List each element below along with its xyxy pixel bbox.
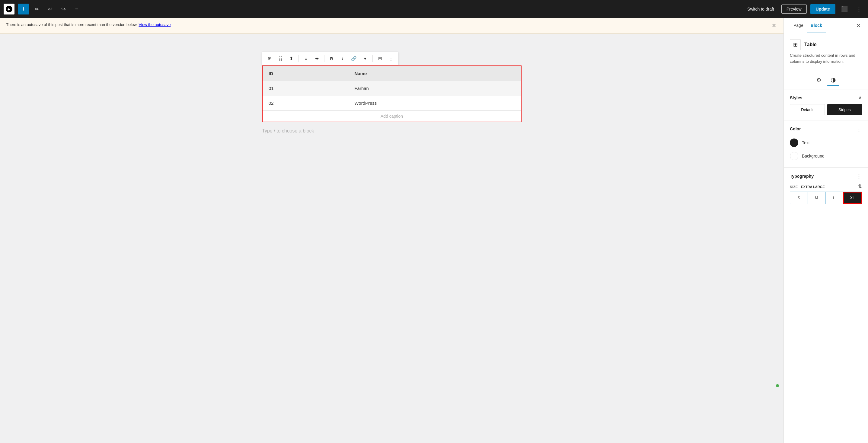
- styles-section-title: Styles: [790, 95, 802, 100]
- typography-section: Typography ⋮ SIZE EXTRA LARGE ⇅ S M L XL: [784, 168, 868, 209]
- layout: There is an autosave of this post that i…: [0, 18, 868, 443]
- text-color-label: Text: [802, 140, 810, 145]
- table: ID Name 01 Farhan 02 WordPress: [262, 66, 521, 110]
- redo-icon: ↪: [61, 6, 66, 12]
- table-icon-button[interactable]: ⊞: [265, 53, 274, 64]
- sidebar-close-button[interactable]: ✕: [855, 22, 862, 29]
- table-row: 01 Farhan: [262, 81, 521, 96]
- type-block-placeholder[interactable]: Type / to choose a block: [262, 122, 522, 140]
- green-dot: [776, 384, 779, 387]
- table-cell-id-2[interactable]: 02: [262, 96, 348, 110]
- sync-indicator: [776, 384, 779, 387]
- toolbar-divider-2: [324, 55, 324, 62]
- pen-tool-button[interactable]: ✏: [31, 4, 42, 14]
- more-rich-text-button[interactable]: ▾: [360, 53, 370, 64]
- editor-area: There is an autosave of this post that i…: [0, 18, 783, 443]
- text-color-swatch[interactable]: [790, 138, 798, 147]
- link-button[interactable]: 🔗: [349, 53, 359, 64]
- size-s-button[interactable]: S: [790, 192, 808, 204]
- color-section: Color ⋮ Text Background: [784, 120, 868, 168]
- autosave-notice: There is an autosave of this post that i…: [0, 18, 783, 33]
- more-block-options-button[interactable]: ⋮: [386, 53, 396, 64]
- gear-icon: ⚙: [816, 77, 821, 83]
- block-header: ⊞ Table: [790, 39, 862, 50]
- table-cell-name-2[interactable]: WordPress: [348, 96, 521, 110]
- table-cell-name-1[interactable]: Farhan: [348, 81, 521, 96]
- size-m-button[interactable]: M: [808, 192, 826, 204]
- table-block: ID Name 01 Farhan 02 WordPress: [262, 65, 522, 122]
- align-center-button[interactable]: ⬌: [312, 53, 322, 64]
- settings-gear-button[interactable]: ⚙: [813, 74, 825, 86]
- table-header-id[interactable]: ID: [262, 66, 348, 81]
- stripes-style-button[interactable]: Stripes: [827, 104, 862, 115]
- block-panel: ⊞ Table Create structured content in row…: [784, 33, 868, 70]
- text-color-option: Text: [790, 136, 862, 149]
- color-more-button[interactable]: ⋮: [856, 125, 862, 132]
- table-row: 02 WordPress: [262, 96, 521, 110]
- list-icon: ≡: [75, 6, 79, 12]
- block-title: Table: [804, 42, 817, 48]
- italic-button[interactable]: I: [338, 53, 347, 64]
- toolbar-divider-3: [372, 55, 373, 62]
- toolbar-divider-1: [299, 55, 299, 62]
- size-l-button[interactable]: L: [826, 192, 843, 204]
- table-header-name[interactable]: Name: [348, 66, 521, 81]
- typography-section-title: Typography: [790, 174, 814, 179]
- styles-button[interactable]: ◑: [827, 74, 839, 86]
- topbar-right: Switch to draft Preview Update ⬛ ⋮: [744, 4, 864, 14]
- size-row: SIZE EXTRA LARGE ⇅: [790, 184, 862, 189]
- size-extra-large-label: EXTRA LARGE: [801, 185, 825, 189]
- settings-icon: ⬛: [841, 6, 848, 12]
- table-header-row: ID Name: [262, 66, 521, 81]
- block-icon: ⊞: [790, 39, 801, 50]
- typography-section-header: Typography ⋮: [790, 172, 862, 180]
- table-block-icon: ⊞: [793, 41, 798, 48]
- default-style-button[interactable]: Default: [790, 104, 825, 115]
- appearance-tabs: ⚙ ◑: [784, 70, 868, 90]
- autosave-close-button[interactable]: ✕: [771, 22, 777, 29]
- switch-to-draft-button[interactable]: Switch to draft: [744, 5, 778, 13]
- size-selector: S M L XL: [790, 192, 862, 204]
- background-color-label: Background: [802, 154, 825, 158]
- bold-button[interactable]: B: [327, 53, 337, 64]
- color-section-title: Color: [790, 126, 801, 131]
- table-cell-id-1[interactable]: 01: [262, 81, 348, 96]
- more-icon: ⋮: [856, 5, 862, 13]
- sidebar: Page Block ✕ ⊞ Table Create structured c…: [783, 18, 868, 443]
- redo-button[interactable]: ↪: [58, 4, 69, 14]
- undo-icon: ↩: [48, 6, 53, 12]
- block-tab[interactable]: Block: [807, 18, 826, 33]
- autosave-content: There is an autosave of this post that i…: [6, 22, 170, 27]
- table-settings-button[interactable]: ⊞: [375, 53, 385, 64]
- block-description: Create structured content in rows and co…: [790, 53, 862, 64]
- styles-collapse-button[interactable]: ∧: [858, 95, 862, 100]
- settings-icon-button[interactable]: ⬛: [839, 4, 850, 14]
- size-label: SIZE: [790, 185, 798, 189]
- pen-icon: ✏: [35, 6, 39, 12]
- color-section-header: Color ⋮: [790, 125, 862, 132]
- align-left-button[interactable]: ≡: [301, 53, 311, 64]
- styles-row: Default Stripes: [790, 104, 862, 115]
- typography-more-button[interactable]: ⋮: [856, 172, 862, 180]
- add-block-button[interactable]: +: [18, 4, 29, 14]
- undo-button[interactable]: ↩: [45, 4, 56, 14]
- update-button[interactable]: Update: [810, 4, 835, 14]
- drag-handle-button[interactable]: ⣿: [276, 53, 285, 64]
- preview-button[interactable]: Preview: [781, 4, 807, 13]
- background-color-swatch[interactable]: [790, 152, 798, 160]
- circle-half-icon: ◑: [831, 76, 836, 83]
- autosave-message: There is an autosave of this post that i…: [6, 22, 137, 27]
- styles-section: Styles ∧ Default Stripes: [784, 90, 868, 120]
- list-button[interactable]: ≡: [71, 4, 82, 14]
- styles-section-header: Styles ∧: [790, 95, 862, 100]
- size-xl-button[interactable]: XL: [843, 192, 862, 204]
- page-tab[interactable]: Page: [790, 18, 807, 33]
- move-updown-button[interactable]: ⬍: [286, 53, 296, 64]
- table-caption[interactable]: Add caption: [262, 110, 521, 122]
- arrows-icon: ⇅: [858, 184, 862, 189]
- sidebar-tabs: Page Block ✕: [784, 18, 868, 33]
- view-autosave-link[interactable]: View the autosave: [138, 22, 170, 27]
- more-options-button[interactable]: ⋮: [854, 4, 864, 14]
- block-toolbar: ⊞ ⣿ ⬍ ≡ ⬌ B I 🔗 ▾ ⊞ ⋮: [262, 52, 398, 65]
- wp-logo[interactable]: [4, 4, 14, 14]
